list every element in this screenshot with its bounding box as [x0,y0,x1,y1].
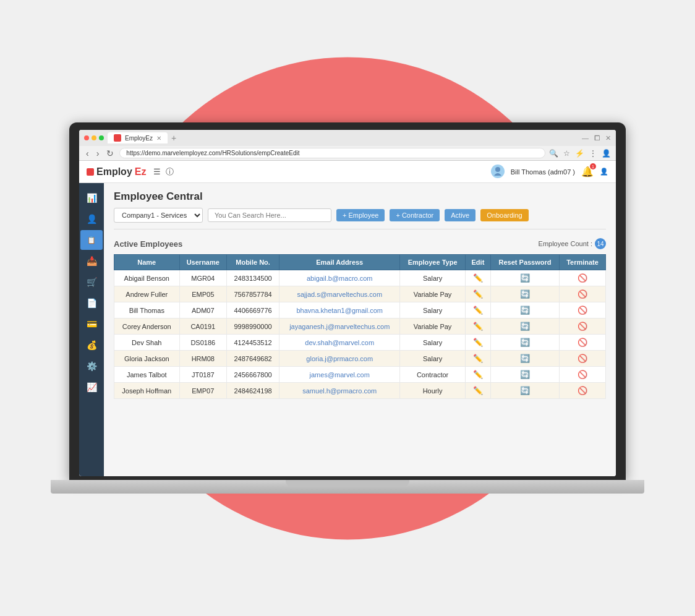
employee-count-badge: 14 [595,238,606,249]
edit-button[interactable]: ✏️ [473,370,483,379]
search-input[interactable] [208,208,331,222]
back-button[interactable]: ‹ [84,148,91,158]
sidebar-item-settings[interactable]: ⚙️ [80,356,103,376]
new-tab-button[interactable]: + [171,133,176,143]
terminate-button[interactable]: 🚫 [578,306,587,315]
reset-password-button[interactable]: 🔄 [520,354,530,363]
user-menu-icon[interactable]: 👤 [600,168,608,176]
edit-button[interactable]: ✏️ [473,386,483,395]
sidebar-item-dashboard[interactable]: 📊 [80,188,103,208]
cell-username: MGR04 [179,270,226,286]
cell-edit[interactable]: ✏️ [465,286,490,302]
cell-terminate[interactable]: 🚫 [560,383,606,399]
cell-terminate[interactable]: 🚫 [560,270,606,286]
table-row: Dev Shah DS0186 4124453512 dev.shah@marv… [114,335,606,351]
cell-reset[interactable]: 🔄 [490,302,559,319]
cell-mobile: 7567857784 [227,286,279,302]
edit-button[interactable]: ✏️ [473,289,483,299]
sidebar-item-finance[interactable]: 💰 [80,335,103,355]
cell-username: EMP07 [179,383,226,399]
reset-password-button[interactable]: 🔄 [520,322,530,331]
edit-button[interactable]: ✏️ [473,273,483,283]
cell-reset[interactable]: 🔄 [490,367,559,383]
user-avatar [491,165,505,179]
terminate-button[interactable]: 🚫 [578,370,587,379]
address-bar[interactable]: https://demo.marvelemployez.com/HRSoluti… [119,148,545,158]
cell-edit[interactable]: ✏️ [465,351,490,367]
cell-reset[interactable]: 🔄 [490,319,559,335]
cell-name: Abigail Benson [114,270,180,286]
cell-reset[interactable]: 🔄 [490,270,559,286]
sidebar-item-reports[interactable]: 📋 [80,230,103,250]
onboarding-button[interactable]: Onboarding [480,209,529,221]
cell-reset[interactable]: 🔄 [490,335,559,351]
cell-type: Contractor [400,367,466,383]
main-area: Employee Central Company1 - Services + E… [104,183,616,476]
reset-password-button[interactable]: 🔄 [520,306,530,315]
cell-edit[interactable]: ✏️ [465,335,490,351]
sidebar-item-import[interactable]: 📥 [80,251,103,271]
close-icon[interactable]: ✕ [605,134,611,142]
sidebar-item-documents[interactable]: 📄 [80,293,103,313]
extensions-icon[interactable]: ⚡ [575,149,584,158]
cell-terminate[interactable]: 🚫 [560,367,606,383]
bookmark-icon[interactable]: ☆ [563,149,570,158]
cell-reset[interactable]: 🔄 [490,383,559,399]
employee-count-label: Employee Count : [539,240,592,247]
cell-terminate[interactable]: 🚫 [560,351,606,367]
sidebar-item-analytics[interactable]: 📈 [80,377,103,397]
minimize-icon[interactable]: — [582,134,589,142]
forward-button[interactable]: › [95,148,101,158]
restore-icon[interactable]: ⧠ [594,134,600,142]
company-select[interactable]: Company1 - Services [114,208,203,223]
cell-edit[interactable]: ✏️ [465,383,490,399]
cell-terminate[interactable]: 🚫 [560,335,606,351]
cell-username: DS0186 [179,335,226,351]
cell-terminate[interactable]: 🚫 [560,286,606,302]
active-filter-button[interactable]: Active [445,209,475,221]
reset-password-button[interactable]: 🔄 [520,289,530,299]
cell-terminate[interactable]: 🚫 [560,319,606,335]
terminate-button[interactable]: 🚫 [578,322,587,331]
cell-reset[interactable]: 🔄 [490,286,559,302]
refresh-button[interactable]: ↻ [104,148,116,158]
terminate-button[interactable]: 🚫 [578,273,587,283]
cell-reset[interactable]: 🔄 [490,351,559,367]
add-employee-button[interactable]: + Employee [336,209,385,221]
terminate-button[interactable]: 🚫 [578,354,587,363]
sidebar-item-orders[interactable]: 🛒 [80,272,103,292]
notification-button[interactable]: 🔔 1 [581,166,594,178]
sidebar: 📊 👤 📋 📥 🛒 📄 💳 💰 ⚙️ 📈 [79,183,104,476]
add-contractor-button[interactable]: + Contractor [390,209,440,221]
cell-edit[interactable]: ✏️ [465,302,490,319]
browser-tab[interactable]: EmployEz ✕ [108,132,168,143]
reset-password-button[interactable]: 🔄 [520,273,530,283]
cell-edit[interactable]: ✏️ [465,367,490,383]
cell-edit[interactable]: ✏️ [465,319,490,335]
reset-password-button[interactable]: 🔄 [520,338,530,347]
cell-type: Hourly [400,383,466,399]
cell-terminate[interactable]: 🚫 [560,302,606,319]
cell-edit[interactable]: ✏️ [465,270,490,286]
edit-button[interactable]: ✏️ [473,306,483,315]
help-icon[interactable]: ⓘ [166,166,174,178]
edit-button[interactable]: ✏️ [473,322,483,331]
edit-button[interactable]: ✏️ [473,354,483,363]
toolbar-row: Company1 - Services + Employee + Contrac… [104,208,616,229]
close-window-button[interactable] [84,135,89,140]
terminate-button[interactable]: 🚫 [578,338,587,347]
profile-icon[interactable]: 👤 [602,149,611,158]
reset-password-button[interactable]: 🔄 [520,370,530,379]
terminate-button[interactable]: 🚫 [578,289,587,299]
menu-icon[interactable]: ⋮ [589,149,597,158]
search-icon[interactable]: 🔍 [549,149,558,158]
reset-password-button[interactable]: 🔄 [520,386,530,395]
tab-close-button[interactable]: ✕ [156,135,161,142]
minimize-window-button[interactable] [92,135,96,140]
sidebar-item-employees[interactable]: 👤 [80,209,103,229]
hamburger-icon[interactable]: ☰ [153,167,161,176]
sidebar-item-payroll[interactable]: 💳 [80,314,103,334]
terminate-button[interactable]: 🚫 [578,386,587,395]
edit-button[interactable]: ✏️ [473,338,483,347]
maximize-window-button[interactable] [99,135,104,140]
